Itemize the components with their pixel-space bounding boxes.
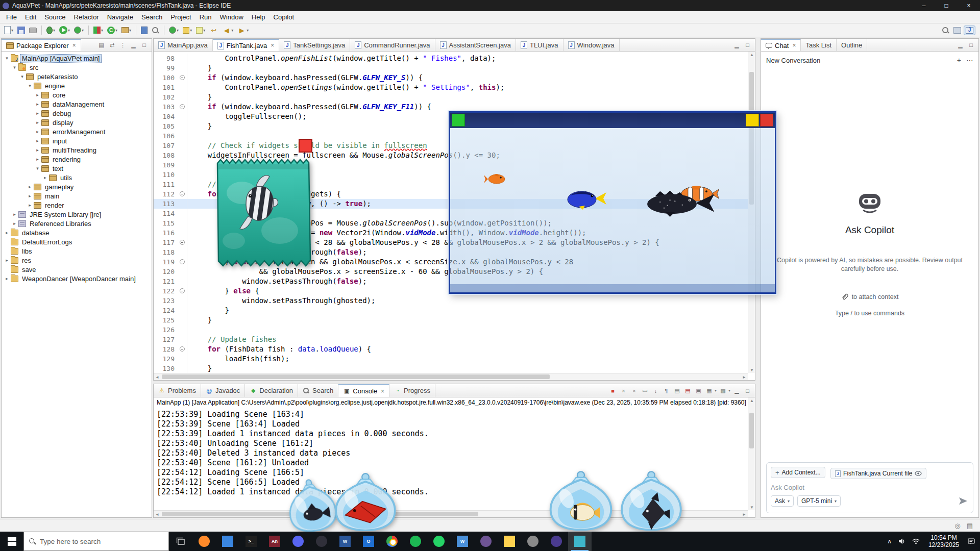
dropdown-arrow-icon[interactable]: ▾ (203, 28, 205, 33)
tree-item-utils[interactable]: ▸utils (2, 173, 152, 182)
black-molly-sprite[interactable] (639, 188, 719, 218)
dropdown-arrow-icon[interactable]: ▾ (68, 28, 70, 33)
menu-refactor[interactable]: Refactor (70, 11, 103, 23)
taskbar-github-desktop[interactable] (474, 532, 498, 551)
close-tab-icon[interactable]: × (792, 42, 796, 49)
coverage-button[interactable]: ▾ (92, 26, 105, 35)
dropdown-arrow-icon[interactable]: ▾ (715, 388, 717, 393)
forward-button[interactable]: ▶▾ (236, 25, 250, 36)
taskbar-discord[interactable] (286, 532, 310, 551)
notifications-icon[interactable]: ▤ (967, 522, 973, 530)
code-line-100[interactable]: 100 if (window.keyboard.hasPressed(GLFW.… (154, 73, 748, 83)
console-tab-progress[interactable]: ◔Progress (389, 384, 435, 397)
package-explorer-tab[interactable]: Package Explorer × (2, 39, 81, 51)
tree-item-input[interactable]: ▸input (2, 136, 152, 145)
console-vertical-scrollbar[interactable]: ▲ ▼ (748, 397, 755, 510)
dropdown-arrow-icon[interactable]: ▾ (190, 28, 192, 33)
tank-yellow-button[interactable] (746, 114, 759, 127)
maximize-view-icon[interactable]: □ (743, 40, 752, 49)
tree-arrow-icon[interactable]: ▸ (34, 138, 41, 143)
current-file-chip[interactable]: J FishTank.java Current file (830, 468, 926, 479)
menu-window[interactable]: Window (216, 11, 248, 23)
collapse-icon[interactable] (180, 346, 185, 352)
terminate-icon[interactable]: ■ (608, 386, 618, 395)
menu-search[interactable]: Search (137, 11, 166, 23)
tree-arrow-icon[interactable]: ▸ (34, 120, 41, 125)
tree-item-errormanagement[interactable]: ▸errorManagement (2, 127, 152, 136)
taskbar-outlook[interactable]: O (357, 532, 380, 551)
menu-edit[interactable]: Edit (21, 11, 40, 23)
dropdown-arrow-icon[interactable]: ▾ (129, 28, 131, 33)
profile-button[interactable]: ▾ (72, 26, 85, 35)
tree-arrow-icon[interactable]: ▸ (11, 221, 18, 226)
taskbar-terminal[interactable]: >_ (239, 532, 263, 551)
tree-arrow-icon[interactable]: ▸ (27, 203, 33, 208)
console-tab-declaration[interactable]: ◆Declaration (245, 384, 298, 397)
taskbar-spotify[interactable] (404, 532, 427, 551)
tree-item-core[interactable]: ▸core (2, 90, 152, 99)
maximize-view-icon[interactable]: □ (139, 40, 149, 49)
tree-arrow-icon[interactable]: ▸ (11, 212, 18, 217)
taskbar-wordpad[interactable]: W (451, 532, 474, 551)
tree-item-libs[interactable]: libs (2, 246, 152, 256)
console-tab-problems[interactable]: ⚠Problems (154, 384, 201, 397)
close-view-icon[interactable]: × (72, 42, 76, 49)
network-icon[interactable] (912, 538, 920, 544)
code-line-124[interactable]: 124 } (154, 306, 748, 315)
collapse-all-icon[interactable]: ▤ (96, 40, 106, 49)
minimize-view-icon[interactable]: ▁ (955, 40, 965, 49)
tree-item-engine[interactable]: ▾engine (2, 81, 152, 90)
minimize-window-button[interactable]: – (913, 0, 935, 11)
scroll-lock-icon[interactable]: ↓ (651, 386, 660, 395)
taskbar-eclipse[interactable] (545, 532, 568, 551)
tree-item-debug[interactable]: ▸debug (2, 109, 152, 118)
copilot-status-icon[interactable]: ◎ (954, 522, 960, 530)
run-button[interactable]: ▾ (58, 25, 71, 35)
tree-item-display[interactable]: ▸display (2, 118, 152, 127)
search-button[interactable] (150, 26, 161, 35)
tree-arrow-icon[interactable]: ▾ (19, 74, 26, 79)
dropdown-arrow-icon[interactable]: ▾ (115, 28, 117, 33)
tree-item-mainapp[interactable]: ▾MainApp [AquaVPet main] (2, 54, 152, 63)
tree-item-weapondancer[interactable]: ▸WeaponDancer [WeaponDancer main] (2, 274, 152, 283)
fish-food-packet-sprite[interactable] (212, 153, 312, 274)
fish-bag-red-fish[interactable] (327, 472, 404, 531)
show-on-stdout-icon[interactable]: ▤ (672, 386, 682, 395)
editor-horizontal-scrollbar[interactable]: ◄ ► (154, 373, 748, 380)
editor-tab-tanksettings-java[interactable]: JTankSettings.java (279, 39, 350, 51)
code-line-99[interactable]: 99 } (154, 63, 748, 73)
collapse-icon[interactable] (180, 191, 185, 196)
goldfish-sprite[interactable] (484, 172, 506, 186)
collapse-icon[interactable] (180, 104, 185, 109)
dropdown-arrow-icon[interactable]: ▾ (101, 28, 103, 33)
dropdown-arrow-icon[interactable]: ▾ (11, 28, 13, 33)
collapse-icon[interactable] (180, 75, 185, 80)
tree-item-gameplay[interactable]: ▸gameplay (2, 182, 152, 191)
collapse-icon[interactable] (180, 240, 185, 245)
clear-console-icon[interactable]: ▭ (640, 386, 650, 395)
tree-item-src[interactable]: ▾src (2, 63, 152, 72)
close-tab-icon[interactable]: × (271, 42, 274, 49)
menu-project[interactable]: Project (166, 11, 195, 23)
code-line-127[interactable]: 127 // Update fishes (154, 335, 748, 344)
packet-red-badge[interactable] (299, 139, 312, 153)
last-edit-location-button[interactable]: ↩ (208, 25, 219, 36)
tree-arrow-icon[interactable]: ▸ (4, 276, 10, 281)
tree-arrow-icon[interactable]: ▸ (4, 230, 10, 235)
scroll-right-icon[interactable]: ► (741, 373, 748, 381)
code-line-101[interactable]: 101 ControlPanel.openSettings(window.get… (154, 83, 748, 92)
toolbar-search-button[interactable] (940, 26, 951, 35)
tree-arrow-icon[interactable]: ▸ (34, 157, 41, 162)
scroll-left-icon[interactable]: ◄ (154, 511, 161, 518)
new-package-button[interactable]: ▾ (120, 26, 133, 34)
tree-item-multithreading[interactable]: ▸multiThreading (2, 145, 152, 155)
back-button[interactable]: ◀▾ (220, 25, 235, 36)
add-context-button[interactable]: + Add Context... (771, 467, 825, 478)
tree-arrow-icon[interactable]: ▸ (27, 193, 33, 198)
code-line-125[interactable]: 125 } (154, 315, 748, 325)
code-line-130[interactable]: 130 } (154, 364, 748, 373)
tree-item-database[interactable]: ▸database (2, 228, 152, 237)
fish-bag-yellow-fish[interactable] (541, 470, 621, 531)
tree-item-save[interactable]: save (2, 265, 152, 274)
remove-launch-icon[interactable]: × (619, 386, 628, 395)
